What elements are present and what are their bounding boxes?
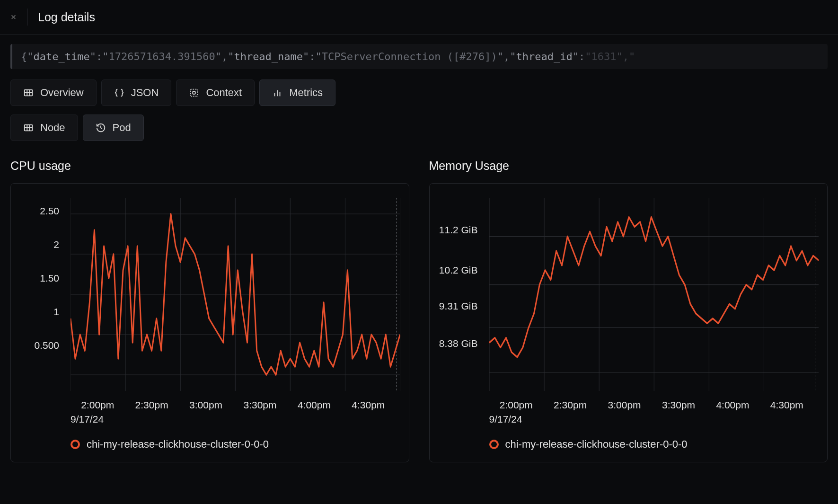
table-icon	[23, 123, 34, 133]
cpu-legend[interactable]: chi-my-release-clickhouse-cluster-0-0-0	[71, 438, 400, 451]
close-icon	[10, 12, 17, 22]
cpu-x-axis: 2:00pm2:30pm3:00pm3:30pm4:00pm4:30pm	[71, 399, 400, 411]
mem-chart-title: Memory Usage	[429, 159, 828, 173]
y-tick-label: 1	[11, 306, 59, 318]
history-icon	[96, 123, 106, 133]
tab-context[interactable]: Context	[176, 80, 255, 106]
cpu-legend-label: chi-my-release-clickhouse-cluster-0-0-0	[87, 438, 269, 451]
x-tick-label: 3:30pm	[652, 399, 706, 411]
svg-rect-6	[191, 89, 198, 97]
mem-y-axis: 11.2 GiB10.2 GiB9.31 GiB8.38 GiB	[430, 198, 478, 359]
mem-x-axis: 2:00pm2:30pm3:00pm3:30pm4:00pm4:30pm	[489, 399, 819, 411]
tab-json-label: JSON	[131, 87, 159, 99]
tab-overview-label: Overview	[40, 87, 84, 99]
cpu-chart-title: CPU usage	[10, 159, 409, 173]
mem-legend[interactable]: chi-my-release-clickhouse-cluster-0-0-0	[489, 438, 819, 451]
x-tick-label: 4:00pm	[706, 399, 759, 411]
mem-x-date: 9/17/24	[489, 414, 819, 425]
x-tick-label: 4:30pm	[341, 399, 395, 411]
tab-context-label: Context	[206, 87, 242, 99]
tab-json[interactable]: JSON	[101, 80, 172, 106]
tab-metrics[interactable]: Metrics	[259, 80, 335, 106]
chart-icon	[272, 88, 282, 98]
y-tick-label: 1.50	[11, 273, 59, 284]
tab-metrics-label: Metrics	[289, 87, 323, 99]
y-tick-label: 0.500	[11, 340, 59, 351]
tab-overview[interactable]: Overview	[10, 80, 97, 106]
x-tick-label: 3:00pm	[179, 399, 233, 411]
svg-rect-7	[193, 91, 196, 94]
cpu-plot-area	[71, 198, 400, 391]
header-bar: Log details	[0, 0, 838, 35]
x-tick-label: 2:30pm	[124, 399, 178, 411]
y-tick-label: 10.2 GiB	[430, 265, 478, 276]
charts-container: CPU usage 2.5021.5010.500 2:00pm2:30pm3:…	[10, 159, 828, 462]
subtab-node[interactable]: Node	[10, 115, 78, 141]
x-tick-label: 3:00pm	[597, 399, 651, 411]
mem-legend-label: chi-my-release-clickhouse-cluster-0-0-0	[505, 438, 688, 451]
x-tick-label: 2:00pm	[71, 399, 124, 411]
x-tick-label: 4:00pm	[287, 399, 341, 411]
cpu-y-axis: 2.5021.5010.500	[11, 198, 59, 359]
x-tick-label: 2:30pm	[543, 399, 597, 411]
mem-chart-svg	[489, 198, 819, 391]
context-icon	[189, 88, 199, 98]
cpu-chart-svg	[71, 198, 400, 391]
x-tick-label: 4:30pm	[760, 399, 814, 411]
table-icon	[23, 88, 34, 98]
y-tick-label: 11.2 GiB	[430, 224, 478, 236]
y-tick-label: 2.50	[11, 205, 59, 217]
subtab-node-label: Node	[40, 122, 65, 134]
raw-log-json[interactable]: {"date_time":"1726571634.391560","thread…	[10, 44, 828, 69]
x-tick-label: 2:00pm	[489, 399, 543, 411]
page-title: Log details	[38, 10, 95, 24]
mem-plot-area	[489, 198, 819, 391]
y-tick-label: 9.31 GiB	[430, 301, 478, 312]
mem-chart-block: Memory Usage 11.2 GiB10.2 GiB9.31 GiB8.3…	[429, 159, 828, 462]
cpu-chart-box[interactable]: 2.5021.5010.500 2:00pm2:30pm3:00pm3:30pm…	[10, 183, 409, 462]
subtab-pod-label: Pod	[113, 122, 131, 134]
legend-swatch-icon	[71, 440, 80, 449]
subtab-pod[interactable]: Pod	[83, 115, 144, 141]
cpu-x-date: 9/17/24	[71, 414, 400, 425]
cpu-chart-block: CPU usage 2.5021.5010.500 2:00pm2:30pm3:…	[10, 159, 409, 462]
x-tick-label: 3:30pm	[233, 399, 287, 411]
primary-tabs: Overview JSON Context Metrics	[10, 80, 828, 106]
y-tick-label: 2	[11, 239, 59, 250]
y-tick-label: 8.38 GiB	[430, 338, 478, 349]
mem-chart-box[interactable]: 11.2 GiB10.2 GiB9.31 GiB8.38 GiB 2:00pm2…	[429, 183, 828, 462]
close-button[interactable]	[10, 9, 27, 26]
braces-icon	[114, 88, 124, 98]
secondary-tabs: Node Pod	[10, 115, 828, 141]
legend-swatch-icon	[489, 440, 499, 449]
